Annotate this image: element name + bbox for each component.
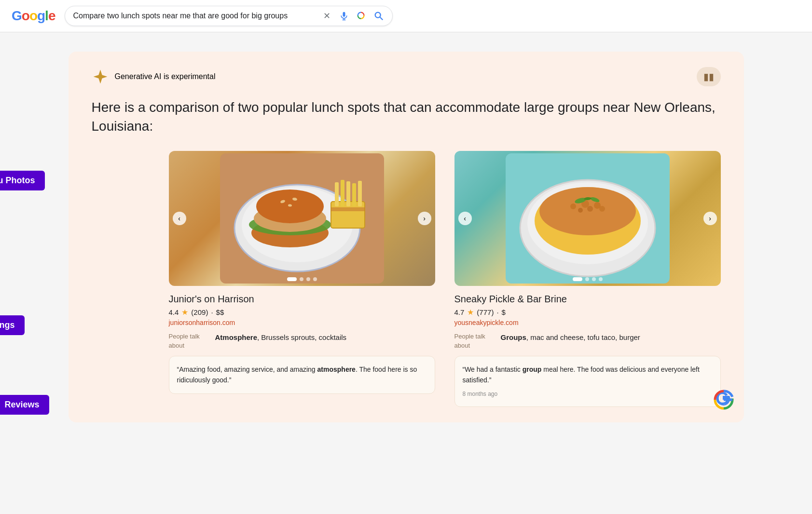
svg-rect-18 — [331, 207, 365, 211]
restaurant-1-name: Junior's on Harrison — [169, 294, 435, 305]
people-talk-rest-1: , Brussels sprouts, cocktails — [257, 333, 346, 341]
restaurant-2-review-card: “We had a fantastic group meal here. The… — [454, 356, 721, 407]
people-talk-label-1: People talk about — [169, 332, 207, 350]
carousel-next-2[interactable]: › — [703, 212, 717, 225]
carousel-next-1[interactable]: › — [418, 212, 431, 225]
ai-experimental-text: Generative AI is experimental — [115, 72, 216, 81]
restaurant-2-image: ‹ › — [454, 151, 721, 286]
svg-point-29 — [570, 203, 576, 209]
clear-search-icon[interactable]: ✕ — [321, 10, 332, 22]
restaurant-2-website[interactable]: yousneakypickle.com — [454, 319, 721, 326]
ratings-label: Raitings — [0, 315, 25, 335]
carousel-dots-2 — [454, 277, 721, 281]
review-2-pre: “We had a fantastic — [463, 365, 523, 373]
carousel-dot-1-active — [287, 277, 297, 281]
review-1-pre: “Amazing food, amazing service, and amaz… — [177, 365, 317, 373]
people-talk-content-1: Atmosphere, Brussels sprouts, cocktails — [215, 332, 347, 350]
carousel-prev-1[interactable]: ‹ — [173, 212, 186, 225]
restaurant-1-review-card: “Amazing food, amazing service, and amaz… — [169, 356, 435, 394]
restaurant-1-food-visual — [169, 151, 435, 286]
svg-rect-19 — [335, 182, 339, 206]
svg-point-34 — [599, 206, 605, 212]
svg-rect-20 — [341, 180, 344, 206]
sandwich-illustration — [220, 153, 384, 284]
restaurant-2-price-level: $ — [502, 308, 506, 316]
header: Google ✕ — [0, 0, 812, 32]
restaurant-1-website[interactable]: juniorsonharrison.com — [169, 319, 435, 326]
restaurants-comparison: ‹ › Junior's on Harrison 4.4 ★ (2 — [169, 151, 721, 406]
search-icon[interactable] — [373, 10, 385, 22]
restaurant-1-price: · — [211, 308, 213, 316]
review-2-bold: group — [523, 365, 542, 373]
svg-point-32 — [578, 208, 583, 213]
people-talk-rest-2: , mac and cheese, tofu taco, burger — [526, 333, 640, 341]
svg-point-4 — [360, 14, 363, 16]
svg-rect-23 — [358, 181, 362, 206]
ai-results-panel: Generative AI is experimental ▮▮ Here is… — [69, 52, 744, 422]
svg-point-33 — [587, 206, 593, 212]
comparison-wrapper: Menu Photos Raitings Reviews — [121, 151, 721, 406]
restaurant-1-reviews-count: (209) — [191, 308, 208, 316]
carousel-dot-2-1-active — [573, 277, 582, 281]
restaurant-2-separator: · — [496, 308, 498, 316]
carousel-dots-1 — [169, 277, 435, 281]
restaurant-2-star-icon: ★ — [467, 308, 474, 317]
people-talk-content-2: Groups, mac and cheese, tofu taco, burge… — [501, 332, 640, 350]
carousel-dot-2-4 — [599, 277, 603, 281]
restaurant-1-people-talk: People talk about Atmosphere, Brussels s… — [169, 332, 435, 350]
logo-o2: o — [29, 8, 37, 24]
logo-g2: g — [37, 8, 45, 24]
svg-point-28 — [539, 187, 636, 235]
logo-l: l — [45, 8, 48, 24]
main-heading: Here is a comparison of two popular lunc… — [92, 98, 721, 135]
restaurant-2-reviews-count: (777) — [477, 308, 494, 316]
restaurant-2-people-talk: People talk about Groups, mac and cheese… — [454, 332, 721, 350]
search-input[interactable] — [73, 12, 317, 20]
restaurant-1-star-icon: ★ — [181, 308, 188, 317]
svg-rect-22 — [352, 183, 356, 206]
restaurant-1-rating-row: 4.4 ★ (209) · $$ — [169, 308, 435, 317]
restaurant-1-price-level: $$ — [216, 308, 224, 316]
logo-e: e — [48, 8, 55, 24]
logo-g: G — [12, 8, 22, 24]
restaurant-2-rating-row: 4.7 ★ (777) · $ — [454, 308, 721, 317]
reviews-label: Reviews — [0, 395, 49, 415]
people-talk-bold-2: Groups — [501, 333, 526, 341]
svg-rect-21 — [346, 181, 350, 206]
carousel-dot-4 — [313, 277, 317, 281]
google-g-corner: G — [713, 389, 732, 413]
microphone-icon[interactable] — [338, 10, 350, 22]
review-1-bold: atmosphere — [317, 365, 356, 373]
review-2-date: 8 months ago — [463, 390, 713, 399]
logo-o1: o — [22, 8, 29, 24]
menu-photos-label: Menu Photos — [0, 171, 45, 190]
svg-rect-0 — [343, 12, 345, 17]
ai-badge: Generative AI is experimental — [92, 68, 216, 85]
google-logo: Google — [12, 8, 55, 24]
lens-search-icon[interactable] — [356, 10, 367, 22]
restaurant-2-name: Sneaky Pickle & Bar Brine — [454, 294, 721, 305]
people-talk-label-2: People talk about — [454, 332, 493, 350]
restaurant-col-1: ‹ › Junior's on Harrison 4.4 ★ (2 — [169, 151, 435, 406]
mac-cheese-illustration — [506, 153, 670, 284]
carousel-dot-2-2 — [585, 277, 589, 281]
carousel-dot-3 — [306, 277, 310, 281]
people-talk-bold-1: Atmosphere — [215, 333, 258, 341]
restaurant-1-image: ‹ › — [169, 151, 435, 286]
ai-header: Generative AI is experimental ▮▮ — [92, 67, 721, 86]
svg-line-6 — [380, 17, 383, 20]
carousel-prev-2[interactable]: ‹ — [458, 212, 472, 225]
reviews-annotation: Reviews — [0, 404, 19, 405]
restaurant-col-2: ‹ › Sneaky Pickle & Bar Brine 4.7 ★ — [454, 151, 721, 406]
ai-sparkle-icon — [92, 68, 109, 85]
restaurant-2-rating: 4.7 — [454, 308, 465, 316]
layout-toggle-button[interactable]: ▮▮ — [697, 67, 721, 86]
carousel-dot-2-3 — [592, 277, 596, 281]
carousel-dot-2 — [300, 277, 303, 281]
restaurant-1-rating: 4.4 — [169, 308, 179, 316]
search-bar[interactable]: ✕ — [65, 6, 393, 26]
restaurant-2-food-visual — [454, 151, 721, 286]
svg-point-5 — [375, 13, 381, 18]
